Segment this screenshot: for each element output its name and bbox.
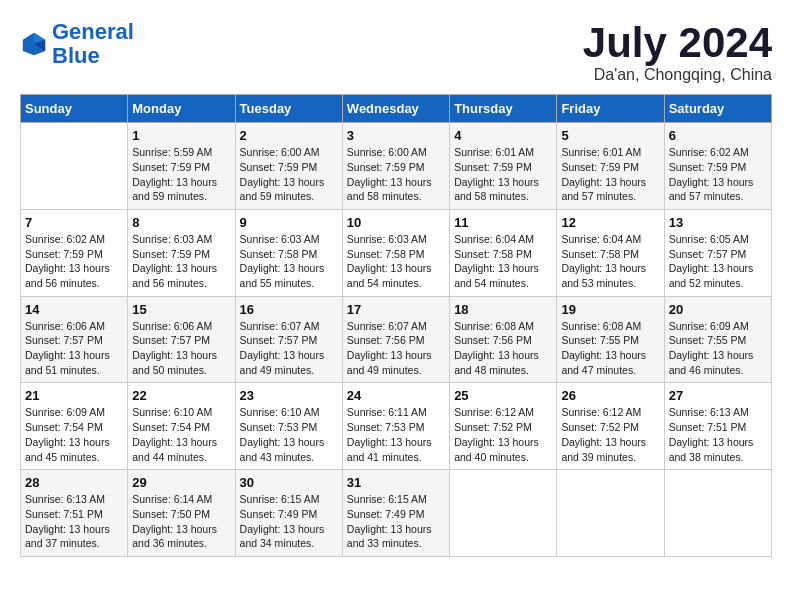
day-number: 31 bbox=[347, 475, 445, 490]
day-info: Sunrise: 6:02 AM Sunset: 7:59 PM Dayligh… bbox=[25, 232, 123, 291]
calendar-cell: 21Sunrise: 6:09 AM Sunset: 7:54 PM Dayli… bbox=[21, 383, 128, 470]
day-info: Sunrise: 6:13 AM Sunset: 7:51 PM Dayligh… bbox=[25, 492, 123, 551]
weekday-header-thursday: Thursday bbox=[450, 95, 557, 123]
day-number: 21 bbox=[25, 388, 123, 403]
calendar-cell bbox=[450, 470, 557, 557]
day-number: 24 bbox=[347, 388, 445, 403]
day-info: Sunrise: 6:08 AM Sunset: 7:56 PM Dayligh… bbox=[454, 319, 552, 378]
calendar-cell: 17Sunrise: 6:07 AM Sunset: 7:56 PM Dayli… bbox=[342, 296, 449, 383]
day-number: 8 bbox=[132, 215, 230, 230]
day-info: Sunrise: 6:09 AM Sunset: 7:54 PM Dayligh… bbox=[25, 405, 123, 464]
day-number: 7 bbox=[25, 215, 123, 230]
day-number: 22 bbox=[132, 388, 230, 403]
calendar-cell: 31Sunrise: 6:15 AM Sunset: 7:49 PM Dayli… bbox=[342, 470, 449, 557]
weekday-header-row: SundayMondayTuesdayWednesdayThursdayFrid… bbox=[21, 95, 772, 123]
day-number: 15 bbox=[132, 302, 230, 317]
calendar-cell: 24Sunrise: 6:11 AM Sunset: 7:53 PM Dayli… bbox=[342, 383, 449, 470]
calendar-cell: 29Sunrise: 6:14 AM Sunset: 7:50 PM Dayli… bbox=[128, 470, 235, 557]
calendar-week-row: 1Sunrise: 5:59 AM Sunset: 7:59 PM Daylig… bbox=[21, 123, 772, 210]
day-number: 27 bbox=[669, 388, 767, 403]
day-info: Sunrise: 6:05 AM Sunset: 7:57 PM Dayligh… bbox=[669, 232, 767, 291]
calendar-cell: 11Sunrise: 6:04 AM Sunset: 7:58 PM Dayli… bbox=[450, 209, 557, 296]
calendar-cell: 22Sunrise: 6:10 AM Sunset: 7:54 PM Dayli… bbox=[128, 383, 235, 470]
weekday-header-sunday: Sunday bbox=[21, 95, 128, 123]
calendar-cell: 10Sunrise: 6:03 AM Sunset: 7:58 PM Dayli… bbox=[342, 209, 449, 296]
day-info: Sunrise: 6:00 AM Sunset: 7:59 PM Dayligh… bbox=[240, 145, 338, 204]
day-info: Sunrise: 6:06 AM Sunset: 7:57 PM Dayligh… bbox=[25, 319, 123, 378]
day-number: 2 bbox=[240, 128, 338, 143]
logo-text: General Blue bbox=[52, 20, 134, 68]
calendar-week-row: 7Sunrise: 6:02 AM Sunset: 7:59 PM Daylig… bbox=[21, 209, 772, 296]
day-info: Sunrise: 6:01 AM Sunset: 7:59 PM Dayligh… bbox=[561, 145, 659, 204]
title-block: July 2024 Da'an, Chongqing, China bbox=[583, 20, 772, 84]
day-info: Sunrise: 6:03 AM Sunset: 7:59 PM Dayligh… bbox=[132, 232, 230, 291]
logo: General Blue bbox=[20, 20, 134, 68]
day-info: Sunrise: 6:07 AM Sunset: 7:57 PM Dayligh… bbox=[240, 319, 338, 378]
day-info: Sunrise: 6:03 AM Sunset: 7:58 PM Dayligh… bbox=[240, 232, 338, 291]
calendar-cell: 7Sunrise: 6:02 AM Sunset: 7:59 PM Daylig… bbox=[21, 209, 128, 296]
calendar-cell bbox=[21, 123, 128, 210]
day-info: Sunrise: 6:10 AM Sunset: 7:53 PM Dayligh… bbox=[240, 405, 338, 464]
calendar-cell: 23Sunrise: 6:10 AM Sunset: 7:53 PM Dayli… bbox=[235, 383, 342, 470]
day-info: Sunrise: 6:06 AM Sunset: 7:57 PM Dayligh… bbox=[132, 319, 230, 378]
calendar-cell bbox=[557, 470, 664, 557]
calendar-cell: 25Sunrise: 6:12 AM Sunset: 7:52 PM Dayli… bbox=[450, 383, 557, 470]
day-number: 28 bbox=[25, 475, 123, 490]
calendar-cell: 15Sunrise: 6:06 AM Sunset: 7:57 PM Dayli… bbox=[128, 296, 235, 383]
day-info: Sunrise: 6:04 AM Sunset: 7:58 PM Dayligh… bbox=[454, 232, 552, 291]
calendar-cell: 8Sunrise: 6:03 AM Sunset: 7:59 PM Daylig… bbox=[128, 209, 235, 296]
day-number: 29 bbox=[132, 475, 230, 490]
day-number: 23 bbox=[240, 388, 338, 403]
calendar-cell: 3Sunrise: 6:00 AM Sunset: 7:59 PM Daylig… bbox=[342, 123, 449, 210]
day-number: 19 bbox=[561, 302, 659, 317]
day-number: 10 bbox=[347, 215, 445, 230]
day-number: 17 bbox=[347, 302, 445, 317]
calendar-cell: 20Sunrise: 6:09 AM Sunset: 7:55 PM Dayli… bbox=[664, 296, 771, 383]
day-info: Sunrise: 6:08 AM Sunset: 7:55 PM Dayligh… bbox=[561, 319, 659, 378]
day-info: Sunrise: 6:12 AM Sunset: 7:52 PM Dayligh… bbox=[561, 405, 659, 464]
day-number: 6 bbox=[669, 128, 767, 143]
day-number: 30 bbox=[240, 475, 338, 490]
calendar-cell: 18Sunrise: 6:08 AM Sunset: 7:56 PM Dayli… bbox=[450, 296, 557, 383]
calendar-cell: 14Sunrise: 6:06 AM Sunset: 7:57 PM Dayli… bbox=[21, 296, 128, 383]
month-title: July 2024 bbox=[583, 20, 772, 66]
weekday-header-wednesday: Wednesday bbox=[342, 95, 449, 123]
day-info: Sunrise: 5:59 AM Sunset: 7:59 PM Dayligh… bbox=[132, 145, 230, 204]
day-number: 25 bbox=[454, 388, 552, 403]
day-info: Sunrise: 6:12 AM Sunset: 7:52 PM Dayligh… bbox=[454, 405, 552, 464]
calendar-cell: 28Sunrise: 6:13 AM Sunset: 7:51 PM Dayli… bbox=[21, 470, 128, 557]
calendar-cell: 9Sunrise: 6:03 AM Sunset: 7:58 PM Daylig… bbox=[235, 209, 342, 296]
day-number: 14 bbox=[25, 302, 123, 317]
calendar-cell: 13Sunrise: 6:05 AM Sunset: 7:57 PM Dayli… bbox=[664, 209, 771, 296]
day-number: 3 bbox=[347, 128, 445, 143]
calendar-cell: 16Sunrise: 6:07 AM Sunset: 7:57 PM Dayli… bbox=[235, 296, 342, 383]
calendar-cell: 5Sunrise: 6:01 AM Sunset: 7:59 PM Daylig… bbox=[557, 123, 664, 210]
day-info: Sunrise: 6:14 AM Sunset: 7:50 PM Dayligh… bbox=[132, 492, 230, 551]
weekday-header-monday: Monday bbox=[128, 95, 235, 123]
day-info: Sunrise: 6:01 AM Sunset: 7:59 PM Dayligh… bbox=[454, 145, 552, 204]
calendar-cell: 4Sunrise: 6:01 AM Sunset: 7:59 PM Daylig… bbox=[450, 123, 557, 210]
day-number: 4 bbox=[454, 128, 552, 143]
calendar-cell: 19Sunrise: 6:08 AM Sunset: 7:55 PM Dayli… bbox=[557, 296, 664, 383]
day-number: 13 bbox=[669, 215, 767, 230]
calendar-cell: 1Sunrise: 5:59 AM Sunset: 7:59 PM Daylig… bbox=[128, 123, 235, 210]
day-info: Sunrise: 6:10 AM Sunset: 7:54 PM Dayligh… bbox=[132, 405, 230, 464]
calendar-cell: 27Sunrise: 6:13 AM Sunset: 7:51 PM Dayli… bbox=[664, 383, 771, 470]
day-info: Sunrise: 6:07 AM Sunset: 7:56 PM Dayligh… bbox=[347, 319, 445, 378]
calendar-cell: 6Sunrise: 6:02 AM Sunset: 7:59 PM Daylig… bbox=[664, 123, 771, 210]
day-info: Sunrise: 6:02 AM Sunset: 7:59 PM Dayligh… bbox=[669, 145, 767, 204]
day-info: Sunrise: 6:13 AM Sunset: 7:51 PM Dayligh… bbox=[669, 405, 767, 464]
day-info: Sunrise: 6:11 AM Sunset: 7:53 PM Dayligh… bbox=[347, 405, 445, 464]
calendar-week-row: 21Sunrise: 6:09 AM Sunset: 7:54 PM Dayli… bbox=[21, 383, 772, 470]
calendar-cell: 2Sunrise: 6:00 AM Sunset: 7:59 PM Daylig… bbox=[235, 123, 342, 210]
day-info: Sunrise: 6:04 AM Sunset: 7:58 PM Dayligh… bbox=[561, 232, 659, 291]
day-number: 9 bbox=[240, 215, 338, 230]
day-info: Sunrise: 6:09 AM Sunset: 7:55 PM Dayligh… bbox=[669, 319, 767, 378]
day-number: 18 bbox=[454, 302, 552, 317]
day-number: 20 bbox=[669, 302, 767, 317]
day-info: Sunrise: 6:15 AM Sunset: 7:49 PM Dayligh… bbox=[347, 492, 445, 551]
day-info: Sunrise: 6:00 AM Sunset: 7:59 PM Dayligh… bbox=[347, 145, 445, 204]
day-number: 1 bbox=[132, 128, 230, 143]
calendar-week-row: 14Sunrise: 6:06 AM Sunset: 7:57 PM Dayli… bbox=[21, 296, 772, 383]
day-number: 11 bbox=[454, 215, 552, 230]
